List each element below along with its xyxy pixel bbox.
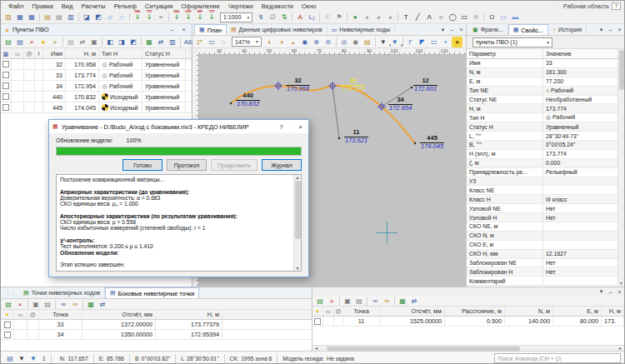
plan-tab-0[interactable]: ▦План xyxy=(194,24,227,35)
flag-filled-icon[interactable]: ⚑ xyxy=(334,12,345,22)
sphere-gray-3-icon[interactable]: ◕ xyxy=(385,12,396,22)
workspace-label[interactable]: Рабочая область xyxy=(563,3,609,9)
find-area-icon[interactable]: ◉ xyxy=(350,37,361,47)
pan-hand-2-icon[interactable]: ◑ xyxy=(276,37,287,47)
table-row[interactable]: 34172.954◎РабочийУравненный xyxy=(1,81,192,92)
row-checkbox[interactable] xyxy=(2,93,9,100)
plan-tab-1[interactable]: ▤Данные цифровых нивелиров xyxy=(227,24,328,35)
pan-hand-3-icon[interactable]: ◒ xyxy=(288,37,298,47)
sphere-gray-1-icon[interactable]: ◕ xyxy=(362,12,372,22)
star-tool-icon[interactable]: ☆ xyxy=(471,12,482,22)
property-row[interactable]: B, °'"0°00'05.24" xyxy=(467,141,618,150)
row-checkbox[interactable] xyxy=(2,72,9,78)
rect-tool-icon[interactable]: ▭ xyxy=(459,12,470,22)
find-next-icon[interactable]: ∞ xyxy=(382,296,392,307)
plan-point-label-11[interactable]: 11173.621 xyxy=(344,129,368,144)
sphere-green-icon[interactable]: ● xyxy=(350,12,361,22)
circle-tool-icon[interactable]: ◯ xyxy=(448,12,458,22)
cross-snap-icon[interactable]: + xyxy=(440,37,451,47)
menu-файл[interactable]: Файл xyxy=(4,2,28,10)
open-icon[interactable]: ▨ xyxy=(3,12,14,22)
plan-point-label-33[interactable]: 33173.774 xyxy=(341,77,365,92)
plan-point-label-12[interactable]: 12172.601 xyxy=(413,77,438,92)
plan-close-button[interactable]: × xyxy=(457,27,466,32)
property-row[interactable]: Тип NE○ Рабочий xyxy=(467,87,618,96)
cut-icon[interactable]: ⇄ xyxy=(78,37,88,47)
property-row[interactable]: Класс NE xyxy=(467,186,618,195)
rename-icon[interactable]: АБ xyxy=(183,37,194,47)
bottom-tab-1[interactable]: ▤Боковые нивелирные точки xyxy=(105,287,199,298)
row-checkbox[interactable] xyxy=(4,322,11,328)
property-row[interactable]: Узловой NEНет xyxy=(467,204,618,213)
selection-type-combo[interactable]: пункты ПВО (1) ▾ xyxy=(472,37,552,47)
paste-icon[interactable]: ▤ xyxy=(42,299,53,310)
import-model-icon[interactable]: ▱ xyxy=(117,12,128,22)
lock-icon[interactable]: ● xyxy=(452,37,462,47)
plan-menu-button[interactable]: ▾ xyxy=(438,27,448,33)
point-names-icon[interactable]: A xyxy=(295,12,306,22)
property-row[interactable]: E, м77.200 xyxy=(467,77,618,87)
property-row[interactable]: СКО NE, м xyxy=(467,222,618,232)
zoom-realtime-icon[interactable]: ◉ xyxy=(299,37,310,47)
add-row-icon[interactable]: ▤ xyxy=(3,37,14,47)
properties-tab-2[interactable]: ◔История xyxy=(548,24,587,35)
lamp-off-icon[interactable]: ● xyxy=(50,37,61,47)
log-scrollbar[interactable]: ▲ ▼ xyxy=(293,175,301,271)
filter-elements-icon[interactable]: ▼ xyxy=(17,353,28,364)
copy-icon[interactable]: ▣ xyxy=(342,296,353,307)
table-view-icon[interactable]: ▦ xyxy=(86,299,97,310)
plan-point-label-440[interactable]: 440170.832 xyxy=(236,92,260,107)
row-checkbox[interactable] xyxy=(2,61,9,67)
exchange-dxf-icon[interactable]: ⇓DXF xyxy=(183,12,194,22)
update-exchange-icon[interactable]: ⇅ xyxy=(279,12,290,22)
scroll-left-icon[interactable]: ◄ xyxy=(312,346,320,351)
properties-tab-0[interactable]: ▣Фрагм... xyxy=(468,24,508,35)
close-panel-button[interactable]: × xyxy=(179,27,188,32)
paste-icon[interactable]: ▤ xyxy=(354,296,365,307)
property-row[interactable]: СКО E, м xyxy=(467,241,618,250)
image-filled-icon[interactable]: ▬ xyxy=(510,12,521,22)
exchange-txt-icon[interactable]: ⇓TXT xyxy=(207,12,218,22)
save-icon[interactable]: ▦ xyxy=(15,12,26,22)
delete-row-icon[interactable]: × xyxy=(327,296,338,307)
table-edit-icon[interactable]: ▦ xyxy=(144,37,155,47)
insert-row-icon[interactable]: ▤ xyxy=(15,37,26,47)
ellipse-tool-icon[interactable]: ○ xyxy=(436,12,447,22)
menu-окно[interactable]: Окно xyxy=(298,2,320,10)
table-row[interactable]: 331372.00000173.77379 xyxy=(1,320,312,330)
plan-tab-2[interactable]: ▭Нивелирные ходы xyxy=(328,24,395,35)
find-icon[interactable]: ∞ xyxy=(58,299,69,310)
flag-outline-icon[interactable]: ⚐ xyxy=(322,12,333,22)
scroll-right-icon[interactable]: ► xyxy=(617,346,624,351)
dialog-button-protocol[interactable]: Протокол xyxy=(167,159,207,171)
menu-чертежи[interactable]: Чертежи xyxy=(224,2,258,10)
properties-menu-button[interactable]: ▾ xyxy=(597,27,606,33)
property-row[interactable]: Статус NEНеобработанный xyxy=(467,96,618,105)
exchange-mif-icon[interactable]: ⇓MIF xyxy=(195,12,206,22)
scrollbar-thumb[interactable] xyxy=(295,181,301,239)
filter-points-icon[interactable]: ▼▾ xyxy=(389,37,400,47)
property-row[interactable]: Имя33 xyxy=(467,59,618,68)
table-row[interactable]: 33173.774◎РабочийУравненный xyxy=(1,70,192,81)
table-row[interactable]: 445174.045ИсходныйУравненный xyxy=(1,102,192,113)
property-row[interactable]: СКО N, м xyxy=(467,232,618,241)
import-measurements-icon[interactable]: ◪ xyxy=(82,12,92,22)
frame-snap-icon[interactable]: ▭ xyxy=(428,37,439,47)
table-row[interactable]: 341350.00000172.95394 xyxy=(1,330,312,340)
find-next-icon[interactable]: ∞ xyxy=(70,299,81,310)
zoom-in-icon[interactable]: ⊕ xyxy=(311,37,322,47)
exchange-xml-icon[interactable]: ⇓XML xyxy=(172,12,182,22)
find-point-icon[interactable]: ◎ xyxy=(338,37,349,47)
export-more-icon[interactable]: » xyxy=(156,12,167,22)
filter-layers-icon[interactable]: ▼ xyxy=(28,353,39,364)
minimize-panel-button[interactable]: – xyxy=(168,27,177,32)
detail-minimize-button[interactable]: – xyxy=(606,289,615,295)
cursor-snap-icon[interactable]: ◤ xyxy=(417,37,428,47)
table-row[interactable]: 32170.958◎РабочийУравненный xyxy=(1,59,192,70)
image-frame-icon[interactable]: ▭ xyxy=(498,12,509,22)
plan-minimize-button[interactable]: – xyxy=(448,27,457,32)
nullify-icon[interactable]: ∅ xyxy=(268,12,278,22)
property-row[interactable]: Н (элл), м173.774 xyxy=(467,150,618,159)
import-points-icon[interactable]: ◩ xyxy=(93,12,104,22)
row-checkbox[interactable] xyxy=(2,82,9,89)
